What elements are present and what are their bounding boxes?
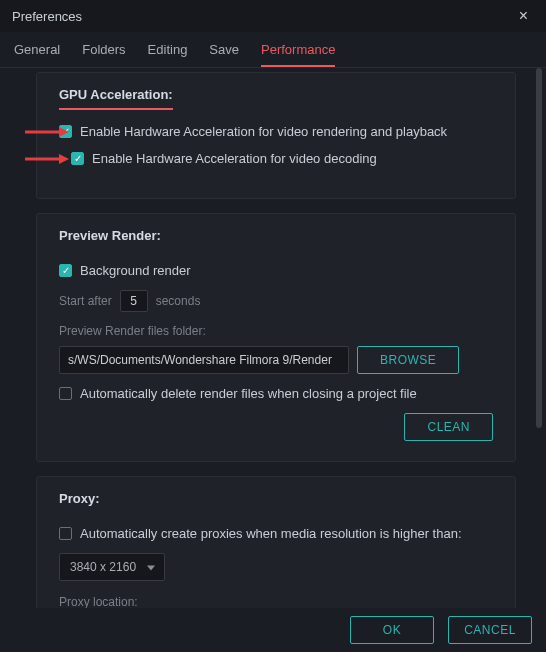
close-icon[interactable]: × bbox=[513, 5, 534, 27]
start-after-label: Start after bbox=[59, 294, 112, 308]
checkbox-gpu-decoding[interactable]: ✓ bbox=[71, 152, 84, 165]
preview-folder-label: Preview Render files folder: bbox=[59, 324, 493, 338]
bg-render-label: Background render bbox=[80, 263, 191, 278]
proxy-location-label: Proxy location: bbox=[59, 595, 493, 608]
arrow-icon bbox=[25, 126, 69, 138]
titlebar: Preferences × bbox=[0, 0, 546, 32]
gpu-heading: GPU Acceleration: bbox=[59, 87, 173, 110]
clean-button[interactable]: CLEAN bbox=[404, 413, 493, 441]
preview-heading: Preview Render: bbox=[59, 228, 161, 249]
auto-proxy-label: Automatically create proxies when media … bbox=[80, 526, 462, 541]
proxy-resolution-value: 3840 x 2160 bbox=[70, 560, 136, 574]
svg-marker-1 bbox=[59, 127, 69, 137]
proxy-heading: Proxy: bbox=[59, 491, 99, 512]
content-scroll[interactable]: GPU Acceleration: ✓ Enable Hardware Acce… bbox=[0, 62, 534, 608]
checkbox-auto-delete[interactable] bbox=[59, 387, 72, 400]
gpu-opt1-label: Enable Hardware Acceleration for video r… bbox=[80, 124, 447, 139]
ok-button[interactable]: OK bbox=[350, 616, 434, 644]
proxy-resolution-select[interactable]: 3840 x 2160 bbox=[59, 553, 165, 581]
gpu-opt2-label: Enable Hardware Acceleration for video d… bbox=[92, 151, 377, 166]
section-preview: Preview Render: ✓ Background render Star… bbox=[36, 213, 516, 462]
preview-folder-input[interactable] bbox=[59, 346, 349, 374]
browse-button[interactable]: BROWSE bbox=[357, 346, 459, 374]
checkbox-background-render[interactable]: ✓ bbox=[59, 264, 72, 277]
arrow-icon bbox=[25, 153, 69, 165]
section-gpu: GPU Acceleration: ✓ Enable Hardware Acce… bbox=[36, 72, 516, 199]
cancel-button[interactable]: CANCEL bbox=[448, 616, 532, 644]
window-title: Preferences bbox=[12, 9, 82, 24]
start-after-input[interactable] bbox=[120, 290, 148, 312]
svg-marker-3 bbox=[59, 154, 69, 164]
section-proxy: Proxy: Automatically create proxies when… bbox=[36, 476, 516, 608]
checkbox-auto-proxy[interactable] bbox=[59, 527, 72, 540]
seconds-label: seconds bbox=[156, 294, 201, 308]
footer: OK CANCEL bbox=[0, 608, 546, 652]
auto-delete-label: Automatically delete render files when c… bbox=[80, 386, 417, 401]
scrollbar[interactable] bbox=[536, 68, 542, 428]
